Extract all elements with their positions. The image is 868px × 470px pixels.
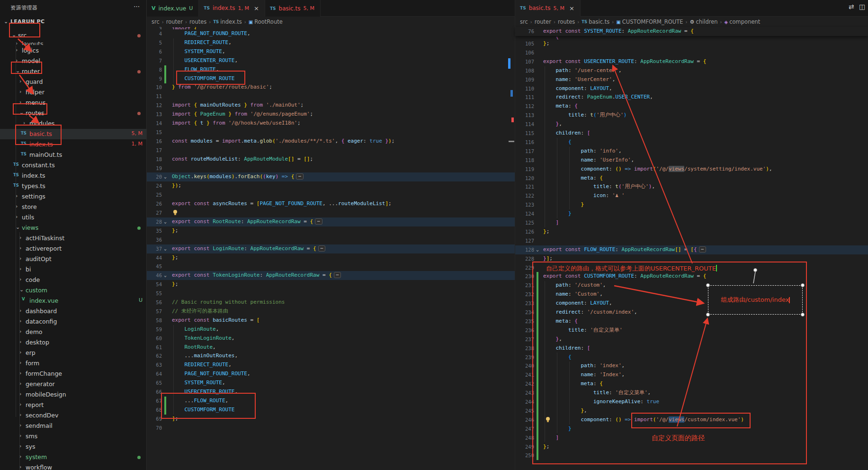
code-line-61[interactable]: 61 RootRoute, — [147, 343, 515, 352]
code-line-121[interactable]: 121 title: t('用户中心'), — [515, 182, 868, 191]
code-line-120[interactable]: 120 meta: { — [515, 174, 868, 183]
code-line-117[interactable]: 117 path: 'info', — [515, 147, 868, 156]
explorer-item-actHiTaskinst[interactable]: ›actHiTaskinst — [0, 233, 146, 244]
breadcrumb-item-src[interactable]: src — [520, 18, 528, 25]
code-line-58[interactable]: 58export const basicRoutes = [ — [147, 316, 515, 325]
code-line-19[interactable]: 19 — [147, 164, 515, 173]
code-line-18[interactable]: 18const routeModuleList: AppRouteModule[… — [147, 155, 515, 164]
explorer-item-desktop[interactable]: ›desktop — [0, 337, 146, 348]
explorer-item-views[interactable]: ⌄views — [0, 223, 146, 233]
breadcrumb-item-router[interactable]: router — [166, 18, 183, 25]
explorer-item-sendmail[interactable]: ›sendmail — [0, 421, 146, 431]
explorer-item-formChange[interactable]: ›formChange — [0, 369, 146, 379]
code-line-240[interactable]: 240 path: 'index', — [515, 362, 868, 371]
code-line-127[interactable]: 127 — [515, 236, 868, 245]
code-line-123[interactable]: 123 } — [515, 200, 868, 209]
code-line-114[interactable]: 114 }, — [515, 120, 868, 129]
breadcrumb-item-router[interactable]: router — [535, 18, 551, 25]
explorer-item-report[interactable]: ›report — [0, 400, 146, 410]
code-line-236[interactable]: 236 title: '自定义菜单' — [515, 326, 868, 335]
code-line-27[interactable]: 27 — [147, 208, 515, 217]
explorer-item-code[interactable]: ›code — [0, 275, 146, 285]
code-line-37[interactable]: 37⌄export const LoginRoute: AppRouteReco… — [147, 244, 515, 253]
breadcrumb-item-CUSTOMFORM_ROUTE[interactable]: ▣CUSTOMFORM_ROUTE — [616, 18, 683, 25]
code-line-6[interactable]: 6 SYSTEM_ROUTE, — [147, 47, 515, 56]
code-line-55[interactable]: 55 — [147, 289, 515, 298]
sticky-code-line-76[interactable]: 76export const SYSTEM_ROUTE: AppRouteRec… — [515, 27, 868, 36]
workspace-root[interactable]: ⌄ LEARUN PC — [0, 17, 146, 27]
fold-ellipsis-badge[interactable]: ⋯ — [699, 246, 706, 253]
code-line-69[interactable]: 69]; — [147, 415, 515, 424]
code-line-65[interactable]: 65 SYSTEM_ROUTE, — [147, 379, 515, 388]
code-line-46[interactable]: 46⌄export const TokenLoginRoute: AppRout… — [147, 271, 515, 280]
code-line-57[interactable]: 57// 未经许可的基本路由 — [147, 307, 515, 316]
code-line-62[interactable]: 62 ...mainOutRoutes, — [147, 352, 515, 361]
breadcrumb-item-RootRoute[interactable]: ▣RootRoute — [249, 18, 283, 25]
fold-ellipsis-badge[interactable]: ⋯ — [315, 218, 322, 225]
explorer-item-bi[interactable]: ›bi — [0, 264, 146, 275]
code-line-9[interactable]: 9 CUSTOMFORM_ROUTE — [147, 74, 515, 83]
explorer-item-types-ts[interactable]: TStypes.ts — [0, 181, 146, 191]
fold-chevron-icon[interactable]: ⌄ — [536, 245, 539, 254]
explorer-item-system[interactable]: ›system — [0, 452, 146, 462]
code-line-250[interactable]: 250 — [515, 451, 868, 460]
explorer-item-secondDev[interactable]: ›secondDev — [0, 410, 146, 421]
close-icon[interactable]: × — [254, 5, 259, 12]
explorer-item-routes[interactable]: ⌄routes — [0, 108, 146, 118]
code-line-59[interactable]: 59 LoginRoute, — [147, 325, 515, 334]
breadcrumb-item-basic-ts[interactable]: TSbasic.ts — [582, 18, 609, 25]
code-line-45[interactable]: 45 — [147, 262, 515, 271]
explorer-item-router[interactable]: ⌄router — [0, 66, 146, 77]
fold-chevron-icon[interactable]: ⌄ — [164, 217, 167, 226]
code-line-66[interactable]: 66 USERCENTER_ROUTE, — [147, 388, 515, 397]
middle-tab-index-ts[interactable]: TSindex.ts1, M× — [199, 0, 265, 17]
code-line-25[interactable]: 25 — [147, 190, 515, 199]
code-line-14[interactable]: 14import { t } from '/@/hooks/web/useI18… — [147, 119, 515, 128]
code-line-64[interactable]: 64 PAGE_NOT_FOUND_ROUTE, — [147, 370, 515, 379]
explorer-item-erp[interactable]: ›erp — [0, 348, 146, 358]
explorer-item-utils[interactable]: ›utils — [0, 212, 146, 223]
code-line-109[interactable]: 109 name: 'UserCenter', — [515, 75, 868, 84]
explorer-item-dashboard[interactable]: ›dashboard — [0, 306, 146, 316]
open-changes-icon[interactable]: ⇄ — [849, 3, 854, 10]
code-line-63[interactable]: 63 REDIRECT_ROUTE, — [147, 361, 515, 370]
code-line-28[interactable]: 28⌄export const RootRoute: AppRouteRecor… — [147, 217, 515, 226]
code-line-238[interactable]: 238 children: [ — [515, 344, 868, 353]
code-line-233[interactable]: 233 component: LAYOUT, — [515, 299, 868, 308]
explorer-item-mainOut-ts[interactable]: TSmainOut.ts — [0, 150, 146, 160]
explorer-item-layouts[interactable]: ›layouts — [0, 39, 146, 45]
code-line-110[interactable]: 110 component: LAYOUT, — [515, 84, 868, 93]
close-icon[interactable]: × — [569, 5, 574, 12]
explorer-item-settings[interactable]: ›settings — [0, 191, 146, 202]
code-line-54[interactable]: 54}; — [147, 280, 515, 289]
middle-tab-index-vue[interactable]: Vindex.vueU — [147, 0, 199, 17]
annotation-callout-box[interactable]: 组成路由/custom/index — [708, 285, 803, 315]
breadcrumb-item-component[interactable]: ◈component — [725, 18, 761, 25]
code-line-68[interactable]: 68 CUSTOMFORM_ROUTE — [147, 406, 515, 415]
explorer-item-modules[interactable]: ›modules — [0, 118, 146, 129]
code-line-241[interactable]: 241 name: 'Index', — [515, 371, 868, 380]
explorer-item-store[interactable]: ›store — [0, 202, 146, 212]
explorer-item-workflow[interactable]: ›workflow — [0, 462, 146, 470]
code-line-245[interactable]: 245 }, — [515, 407, 868, 416]
code-line-10[interactable]: 10} from '/@/router/routes/basic'; — [147, 83, 515, 92]
explorer-item-index-vue[interactable]: Vindex.vueU — [0, 296, 146, 306]
explorer-item-logics[interactable]: ›logics — [0, 45, 146, 56]
code-line-13[interactable]: 13import { PageEnum } from '/@/enums/pag… — [147, 110, 515, 119]
resize-handle[interactable] — [706, 313, 710, 316]
code-line-67[interactable]: 67 ...FLOW_ROUTE, — [147, 397, 515, 406]
code-line-111[interactable]: 111 redirect: PageEnum.USER_CENTER, — [515, 93, 868, 102]
sticky-scroll-line[interactable]: 76export const SYSTEM_ROUTE: AppRouteRec… — [515, 27, 868, 36]
code-line-232[interactable]: 232 name: 'Custom', — [515, 290, 868, 299]
fold-chevron-icon[interactable]: ⌄ — [164, 172, 167, 181]
explorer-item-demo[interactable]: ›demo — [0, 327, 146, 337]
lightbulb-icon[interactable] — [172, 210, 178, 216]
code-line-107[interactable]: 107export const USERCENTER_ROUTE: AppRou… — [515, 57, 868, 66]
code-line-235[interactable]: 235 meta: { — [515, 317, 868, 326]
explorer-item-menus[interactable]: ›menus — [0, 98, 146, 108]
explorer-more-icon[interactable]: ⋯ — [134, 3, 140, 10]
code-line-122[interactable]: 122 icon: '♟ ' — [515, 191, 868, 200]
code-line-118[interactable]: 118 name: 'UserInfo', — [515, 156, 868, 165]
explorer-item-sys[interactable]: ›sys — [0, 442, 146, 452]
code-line-24[interactable]: 24}); — [147, 181, 515, 190]
